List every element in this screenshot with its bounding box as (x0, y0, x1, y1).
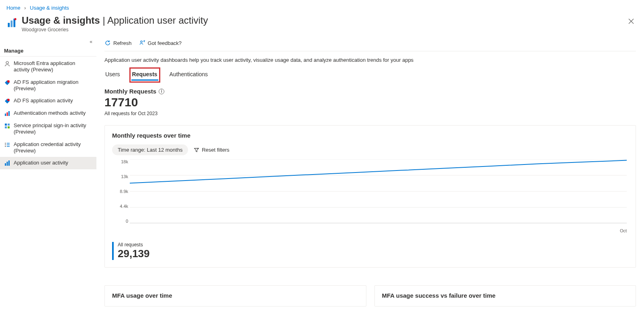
svg-point-17 (140, 41, 142, 43)
page-title-suffix: Application user activity (107, 15, 208, 26)
sidebar-item-label: Authentication methods activity (14, 110, 92, 116)
chart-x-end-label: Oct (620, 228, 627, 233)
sidebar: « Manage Microsoft Entra application act… (0, 36, 96, 315)
svg-rect-9 (8, 111, 10, 116)
y-tick: 13k (112, 174, 128, 179)
y-tick: 8.9k (112, 189, 128, 194)
time-range-filter[interactable]: Time range: Last 12 months (112, 144, 188, 155)
tab-authentications[interactable]: Authentications (169, 69, 209, 81)
summary-block: Monthly Requests i 17710 All requests fo… (104, 88, 636, 116)
breadcrumb-current[interactable]: Usage & insights (30, 5, 69, 11)
tab-requests[interactable]: Requests (131, 69, 158, 81)
filter-icon (194, 147, 199, 153)
sidebar-item-label: Service principal sign-in activity (Prev… (14, 122, 92, 136)
summary-subtext: All requests for Oct 2023 (104, 111, 636, 116)
chart-legend: All requests 29,139 (112, 242, 628, 260)
sidebar-item-label: Application credential activity (Preview… (14, 141, 92, 154)
breadcrumb-separator: › (24, 5, 26, 11)
main-content: Refresh Got feedback? Application user a… (96, 36, 644, 315)
chart-y-axis: 18k 13k 8.9k 4.4k 0 (112, 159, 128, 223)
svg-rect-10 (5, 124, 7, 126)
chart-plot-area (130, 159, 627, 223)
mfa-usage-title: MFA usage over time (112, 292, 359, 299)
checklist-icon (4, 142, 10, 148)
svg-rect-12 (5, 126, 7, 128)
breadcrumb-home[interactable]: Home (6, 5, 20, 11)
page-title: Usage & insights | Application user acti… (22, 15, 208, 26)
svg-point-4 (6, 61, 8, 64)
tabs: Users Requests Authentications (104, 69, 636, 81)
page-description: Application user activity dashboards hel… (104, 57, 636, 63)
chart-card: Monthly requests over time Time range: L… (104, 125, 636, 268)
person-icon (4, 61, 10, 67)
sidebar-item-app-user-activity[interactable]: Application user activity (0, 157, 96, 169)
chart-icon (4, 110, 10, 117)
svg-rect-15 (7, 162, 8, 166)
sidebar-item-adfs-activity[interactable]: AD FS application activity (0, 95, 96, 107)
info-icon[interactable]: i (159, 89, 164, 94)
bar-chart-icon (4, 160, 10, 166)
svg-rect-16 (8, 160, 10, 166)
sidebar-item-credential-activity[interactable]: Application credential activity (Preview… (0, 138, 96, 157)
sidebar-item-label: Microsoft Entra application activity (Pr… (14, 60, 92, 73)
sidebar-item-entra-app-activity[interactable]: Microsoft Entra application activity (Pr… (0, 57, 96, 76)
grid-icon (4, 123, 10, 129)
feedback-button[interactable]: Got feedback? (139, 40, 182, 46)
legend-label: All requests (118, 242, 628, 248)
svg-point-5 (7, 80, 10, 83)
svg-rect-7 (5, 114, 6, 116)
svg-rect-8 (7, 112, 8, 116)
summary-value: 17710 (104, 95, 636, 109)
sidebar-collapse[interactable]: « (0, 39, 96, 45)
line-chart: 18k 13k 8.9k 4.4k 0 Oct (112, 159, 628, 236)
bottom-cards: MFA usage over time MFA usage success vs… (104, 276, 636, 307)
filter-row: Time range: Last 12 months Reset filters (112, 144, 628, 155)
feedback-icon (139, 40, 145, 46)
svg-rect-14 (5, 163, 6, 166)
sidebar-item-service-principal[interactable]: Service principal sign-in activity (Prev… (0, 120, 96, 138)
refresh-button[interactable]: Refresh (104, 40, 132, 46)
close-button[interactable] (626, 16, 637, 27)
activity-icon (4, 98, 10, 104)
svg-rect-1 (11, 20, 13, 27)
breadcrumb: Home › Usage & insights (0, 0, 644, 13)
migration-icon (4, 79, 10, 86)
sidebar-section-label: Manage (0, 45, 96, 57)
page-subtitle: Woodgrove Groceries (22, 27, 208, 32)
feedback-label: Got feedback? (148, 40, 182, 46)
summary-title: Monthly Requests (104, 88, 156, 95)
chart-title: Monthly requests over time (112, 132, 628, 139)
tab-users[interactable]: Users (104, 69, 121, 81)
svg-rect-13 (8, 126, 10, 128)
svg-point-6 (7, 99, 10, 101)
toolbar: Refresh Got feedback? (104, 36, 636, 51)
reset-filters-label: Reset filters (202, 147, 229, 153)
refresh-label: Refresh (113, 40, 132, 46)
reset-filters-button[interactable]: Reset filters (194, 147, 229, 153)
y-tick: 4.4k (112, 204, 128, 209)
legend-value: 29,139 (118, 248, 628, 260)
page-header: Usage & insights | Application user acti… (0, 13, 644, 36)
sidebar-item-adfs-migration[interactable]: AD FS application migration (Preview) (0, 76, 96, 95)
y-tick: 18k (112, 159, 128, 164)
mfa-success-failure-title: MFA usage success vs failure over time (382, 292, 629, 299)
refresh-icon (104, 40, 111, 46)
insights-icon (6, 17, 18, 28)
sidebar-item-auth-methods[interactable]: Authentication methods activity (0, 107, 96, 120)
page-title-prefix: Usage & insights (22, 15, 100, 26)
sidebar-item-label: Application user activity (14, 160, 92, 166)
svg-rect-11 (8, 124, 10, 126)
y-tick: 0 (112, 219, 128, 223)
sidebar-item-label: AD FS application migration (Preview) (14, 79, 92, 92)
mfa-usage-card: MFA usage over time (104, 285, 366, 307)
sidebar-item-label: AD FS application activity (14, 97, 92, 104)
mfa-success-failure-card: MFA usage success vs failure over time (374, 285, 636, 307)
svg-rect-0 (8, 23, 10, 27)
svg-point-3 (14, 18, 16, 20)
